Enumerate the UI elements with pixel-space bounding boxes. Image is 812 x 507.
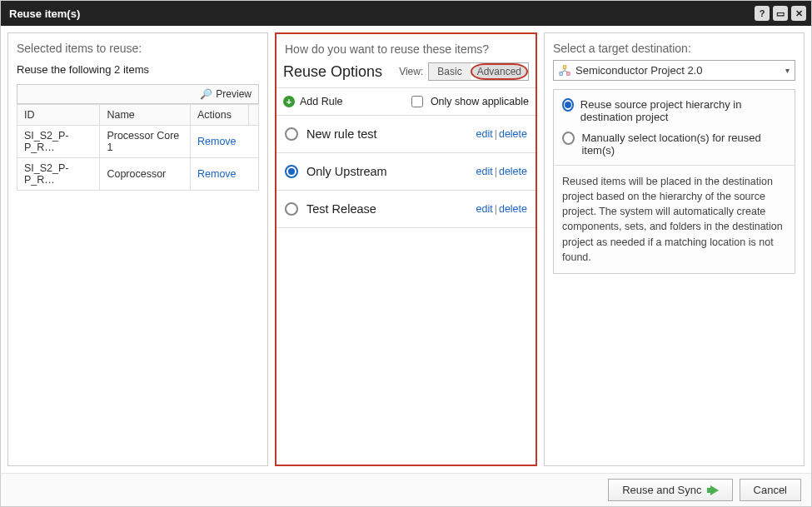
chevron-down-icon: ▾ xyxy=(785,66,790,75)
only-applicable-checkbox[interactable]: Only show applicable xyxy=(408,93,529,110)
selected-items-count: Reuse the following 2 items xyxy=(17,63,259,76)
rule-delete-link[interactable]: delete xyxy=(499,203,527,215)
col-id[interactable]: ID xyxy=(17,105,100,126)
rule-name: New rule test xyxy=(306,127,377,141)
view-segmented: Basic Advanced xyxy=(428,62,529,81)
reuse-and-sync-button[interactable]: Reuse and Sync xyxy=(608,479,732,501)
cancel-label: Cancel xyxy=(754,484,787,496)
destination-help-text: Reused items will be placed in the desti… xyxy=(554,165,795,273)
view-basic-button[interactable]: Basic xyxy=(429,63,470,80)
rule-radio[interactable] xyxy=(285,127,298,141)
rule-row: Only Upstream edit|delete xyxy=(276,153,536,191)
rule-edit-link[interactable]: edit xyxy=(476,166,493,177)
project-icon xyxy=(559,65,570,77)
destination-panel: Select a target destination: Semiconduct… xyxy=(544,32,805,466)
rule-row: New rule test edit|delete xyxy=(276,116,536,153)
svg-rect-1 xyxy=(560,72,563,75)
titlebar-controls: ? ▭ ✕ xyxy=(755,6,806,21)
table-row: SI_S2_P-P_R… Processor Core 1 Remove xyxy=(17,126,259,158)
col-extra xyxy=(249,105,259,126)
preview-icon: 🔍 xyxy=(200,88,212,100)
preview-label: Preview xyxy=(216,88,252,100)
reuse-and-sync-label: Reuse and Sync xyxy=(622,484,701,496)
rule-delete-link[interactable]: delete xyxy=(499,128,527,140)
view-advanced-button[interactable]: Advanced xyxy=(471,63,528,80)
dest-manual-radio[interactable] xyxy=(562,132,575,145)
only-applicable-input[interactable] xyxy=(411,96,423,107)
svg-rect-0 xyxy=(563,65,566,68)
rule-name: Only Upstream xyxy=(306,165,387,178)
dialog-title: Reuse item(s) xyxy=(9,7,80,20)
destination-project-name: Semiconductor Project 2.0 xyxy=(575,64,702,77)
plus-icon: + xyxy=(283,96,295,107)
col-name[interactable]: Name xyxy=(100,105,191,126)
cell-id: SI_S2_P-P_R… xyxy=(17,126,100,158)
dialog-footer: Reuse and Sync Cancel xyxy=(1,473,811,506)
remove-link[interactable]: Remove xyxy=(197,168,237,180)
remove-link[interactable]: Remove xyxy=(197,136,237,147)
destination-options: Reuse source project hierarchy in destin… xyxy=(553,89,795,274)
rule-edit-link[interactable]: edit xyxy=(476,128,493,140)
view-toggle: View: Basic Advanced xyxy=(399,62,529,81)
svg-rect-2 xyxy=(567,72,570,75)
close-icon[interactable]: ✕ xyxy=(791,6,806,21)
dest-hierarchy-radio[interactable] xyxy=(562,98,574,112)
dialog-body: Selected items to reuse: Reuse the follo… xyxy=(1,26,811,473)
cancel-button[interactable]: Cancel xyxy=(740,479,801,501)
only-applicable-label: Only show applicable xyxy=(431,96,529,107)
destination-project-select[interactable]: Semiconductor Project 2.0 ▾ xyxy=(553,60,795,81)
reuse-options-panel: How do you want to reuse these items? Re… xyxy=(275,32,537,466)
selected-items-header: Selected items to reuse: xyxy=(8,33,267,60)
titlebar: Reuse item(s) ? ▭ ✕ xyxy=(1,1,811,26)
rule-edit-link[interactable]: edit xyxy=(476,203,493,215)
cell-id: SI_S2_P-P_R… xyxy=(17,158,100,191)
help-icon[interactable]: ? xyxy=(755,6,770,21)
dest-manual-label: Manually select location(s) for reused i… xyxy=(581,132,786,157)
preview-button[interactable]: 🔍 Preview xyxy=(17,84,259,104)
col-actions[interactable]: Actions xyxy=(191,105,249,126)
maximize-icon[interactable]: ▭ xyxy=(773,6,788,21)
rule-delete-link[interactable]: delete xyxy=(499,166,527,177)
destination-header: Select a target destination: xyxy=(545,33,804,60)
reuse-options-title: Reuse Options xyxy=(283,63,382,81)
cell-name: Coprocessor xyxy=(100,158,191,191)
dest-hierarchy-label: Reuse source project hierarchy in destin… xyxy=(580,98,786,123)
rule-radio[interactable] xyxy=(285,202,298,216)
table-row: SI_S2_P-P_R… Coprocessor Remove xyxy=(17,158,259,191)
arrow-right-icon xyxy=(707,485,719,495)
rule-row: Test Release edit|delete xyxy=(276,191,536,228)
reuse-options-header: How do you want to reuse these items? xyxy=(276,34,536,61)
rule-radio[interactable] xyxy=(285,165,298,178)
cell-name: Processor Core 1 xyxy=(100,126,191,158)
add-rule-button[interactable]: + Add Rule xyxy=(283,96,342,107)
view-label: View: xyxy=(399,66,423,77)
add-rule-label: Add Rule xyxy=(300,96,342,107)
items-table: ID Name Actions SI_S2_P-P_R… Processor C… xyxy=(17,104,259,191)
reuse-items-dialog: Reuse item(s) ? ▭ ✕ Selected items to re… xyxy=(0,0,812,507)
selected-items-panel: Selected items to reuse: Reuse the follo… xyxy=(7,32,268,466)
rule-name: Test Release xyxy=(306,202,376,216)
